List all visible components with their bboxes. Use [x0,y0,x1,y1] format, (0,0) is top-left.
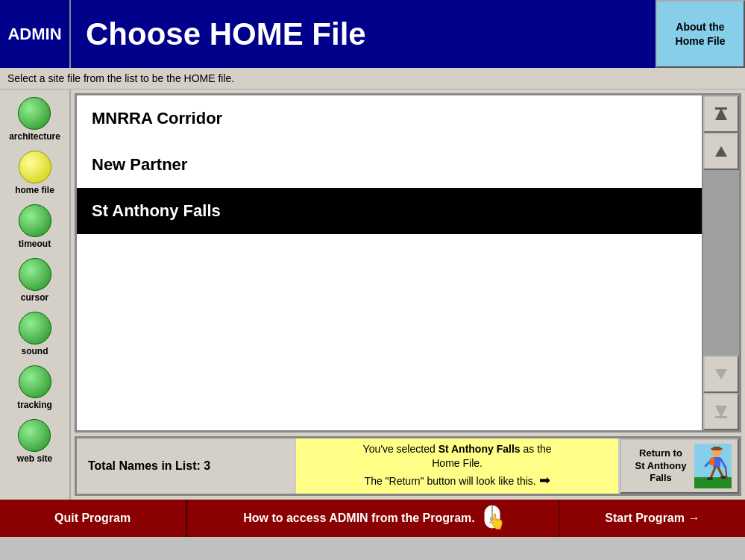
cursor-dot [19,258,51,291]
svg-point-15 [707,477,713,480]
svg-rect-7 [694,477,732,488]
sidebar: architecture home file timeout cursor so… [0,89,71,500]
admin-label-area: ADMIN [0,0,71,68]
instruction-text: Select a site file from the list to be t… [7,72,234,84]
header: ADMIN Choose HOME File About theHome Fil… [0,0,745,68]
list-area: MNRRA Corridor New Partner St Anthony Fa… [75,93,741,432]
home-file-label: home file [15,185,54,195]
sidebar-item-tracking[interactable]: tracking [17,365,52,410]
start-program-label: Start Program → [605,512,700,525]
sidebar-item-web-site[interactable]: web site [17,419,52,464]
home-file-dot [19,151,51,183]
svg-marker-2 [715,146,727,157]
list-item-mnrra[interactable]: MNRRA Corridor [77,95,702,142]
about-button-label: About theHome File [676,20,726,47]
architecture-dot [18,97,51,130]
sound-label: sound [22,346,48,356]
selection-message: You've selected St Anthony Falls as theH… [295,438,620,494]
main-area: architecture home file timeout cursor so… [0,89,745,500]
scroll-up-button[interactable] [703,133,739,170]
quit-program-label: Quit Program [54,512,131,525]
scroll-top-button[interactable] [703,95,739,133]
web-site-label: web site [17,453,52,464]
tracking-dot [19,365,51,398]
tracking-label: tracking [17,400,52,410]
scroll-down-button[interactable] [703,356,739,393]
start-program-button[interactable]: Start Program → [560,500,745,537]
sound-dot [19,312,51,345]
svg-text:👆: 👆 [487,512,503,529]
quit-program-button[interactable]: Quit Program [0,500,186,537]
list-items-container: MNRRA Corridor New Partner St Anthony Fa… [77,95,702,430]
svg-rect-19 [713,447,720,450]
svg-marker-3 [715,369,727,380]
total-count-area: Total Names in List: 3 [77,438,295,494]
mouse-icon: 👆 [481,504,503,533]
svg-rect-1 [715,107,727,110]
svg-marker-0 [715,108,727,120]
selection-message-text: You've selected St Anthony Falls as theH… [363,442,552,490]
total-count-text: Total Names in List: 3 [88,459,210,473]
sidebar-item-cursor[interactable]: cursor [19,258,51,303]
return-button-label: Return toSt AnthonyFalls [627,447,694,485]
timeout-dot [19,204,51,237]
svg-point-16 [720,476,726,479]
architecture-label: architecture [9,131,60,142]
content-panel: MNRRA Corridor New Partner St Anthony Fa… [71,89,745,500]
scrollbar [702,95,739,430]
sidebar-item-architecture[interactable]: architecture [9,97,60,142]
web-site-dot [18,419,51,452]
hiker-icon [694,444,732,488]
status-bar: Total Names in List: 3 You've selected S… [75,436,741,496]
scroll-bottom-button[interactable] [703,393,739,430]
sidebar-item-home-file[interactable]: home file [15,151,54,195]
page-title: Choose HOME File [86,16,366,52]
cursor-label: cursor [21,292,48,303]
header-title-area: Choose HOME File [71,0,656,68]
sidebar-item-sound[interactable]: sound [19,312,51,356]
svg-rect-17 [710,458,714,465]
footer: Quit Program How to access ADMIN from th… [0,500,745,537]
instruction-bar: Select a site file from the list to be t… [0,68,745,89]
help-button[interactable]: How to access ADMIN from the Program. 👆 [186,500,560,537]
list-item-st-anthony[interactable]: St Anthony Falls [77,188,702,234]
svg-rect-5 [715,416,727,418]
scroll-track[interactable] [703,170,739,356]
admin-label: ADMIN [7,25,61,44]
help-label: How to access ADMIN from the Program. [243,512,475,525]
list-item-new-partner[interactable]: New Partner [77,142,702,188]
sidebar-item-timeout[interactable]: timeout [19,204,51,249]
timeout-label: timeout [19,239,51,249]
return-button[interactable]: Return toSt AnthonyFalls [620,438,739,494]
about-home-file-button[interactable]: About theHome File [656,0,745,68]
arrow-icon: ➡ [539,471,550,490]
svg-marker-4 [715,406,727,418]
